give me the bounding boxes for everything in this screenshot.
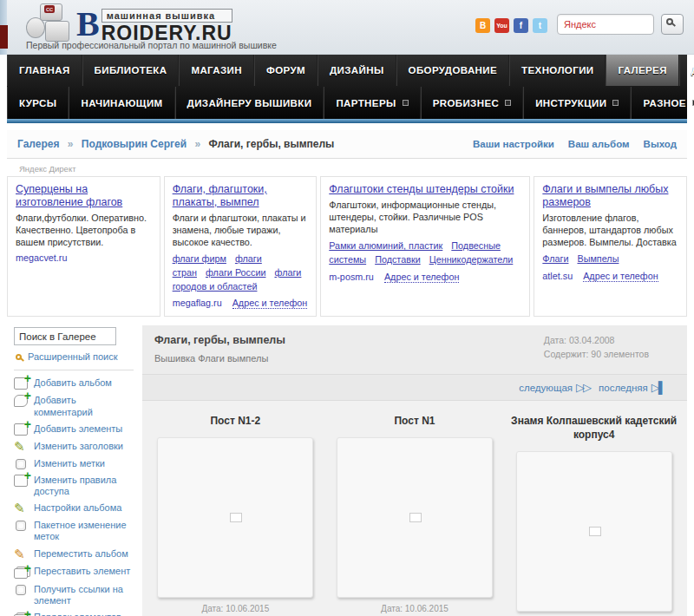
sidebar-item-edit-tags[interactable]: Изменить метки	[14, 458, 134, 469]
nav-item-dizayneru-vyshivki[interactable]: ДИЗАЙНЕРУ ВЫШИВКИ	[175, 87, 324, 119]
nav-item-probiznes[interactable]: PROБИЗНЕС	[421, 87, 524, 119]
user-album-link[interactable]: Ваш альбом	[568, 139, 630, 149]
gallery-item-title[interactable]: Знамя Колпашевский кадетский корпус4	[506, 415, 683, 442]
breadcrumb-bar: Галерея » Подковырин Сергей » Флаги, гер…	[7, 130, 687, 159]
content: Флаги, гербы, вымпелы Вышивка Флаги вымп…	[142, 325, 687, 616]
gallery-item: Знамя Колпашевский кадетский корпус4 Дат…	[506, 415, 683, 616]
album-settings-icon	[14, 502, 28, 514]
sidebar-item-order-elements[interactable]: Порядок элементов	[14, 612, 134, 616]
ad-contact-link[interactable]: Адрес и телефон	[583, 271, 658, 282]
album-count: Содержит: 90 элементов	[544, 348, 649, 362]
ad-sublink[interactable]: Рамки алюминий, пластик	[329, 240, 442, 251]
logo-letter-b: B	[76, 9, 100, 43]
gallery-search-input[interactable]	[14, 327, 116, 345]
sidebar-item-move-album[interactable]: Переместить альбом	[14, 548, 134, 560]
ad-contact-link[interactable]: Адрес и телефон	[384, 272, 460, 283]
pagination: следующая▷▷последняя▷▌	[142, 375, 687, 401]
ad-sublink[interactable]: флаги фирм	[173, 253, 226, 264]
nav-item-galereya[interactable]: ГАЛЕРЕЯ	[606, 55, 678, 86]
gallery-item-title[interactable]: Пост N1	[326, 415, 503, 429]
facebook-icon[interactable]	[514, 18, 528, 33]
nav-item-partnery[interactable]: ПАРТНЕРЫ	[324, 87, 420, 119]
nav-item-magazin[interactable]: МАГАЗИН	[179, 55, 254, 86]
ad-sublink[interactable]: флаги России	[206, 267, 266, 278]
last-page-link[interactable]: последняя	[599, 383, 648, 393]
nav-item-raznoe[interactable]: РАЗНОЕ	[631, 87, 694, 119]
ad-title-link[interactable]: Суперцены на изготовление флагов	[16, 183, 122, 208]
edit-titles-icon	[14, 441, 28, 453]
breadcrumb-link-gallery[interactable]: Галерея	[17, 138, 59, 150]
next-page-link[interactable]: следующая	[519, 383, 573, 393]
user-links: Ваши настройки Ваш альбом Выход	[473, 139, 677, 149]
last-page-icon[interactable]: ▷▌	[651, 381, 665, 394]
move-album-icon	[14, 548, 28, 560]
twitter-icon[interactable]	[533, 18, 547, 33]
nav-item-forum[interactable]: ФОРУМ	[254, 55, 318, 86]
site-tagline: Первый профессиональный портал по машинн…	[26, 40, 277, 50]
ad-sublink[interactable]: Ценникодержатели	[429, 254, 514, 265]
gallery-item-thumbnail[interactable]	[516, 451, 672, 612]
gallery-item-thumbnail[interactable]	[157, 437, 313, 598]
nav-item-instruktsii[interactable]: ИНСТРУКЦИИ	[523, 87, 631, 119]
ad-title-link[interactable]: Флаги и вымпелы любых размеров	[542, 183, 668, 208]
ad-card: Флаги, флагштоки, плакаты, вымпел Флаги …	[164, 176, 318, 317]
nav-item-kursy[interactable]: КУРСЫ	[7, 87, 69, 119]
ad-body: Флаги и флагштоки, плакаты и знамена, лю…	[173, 213, 309, 248]
sidebar-item-edit-titles[interactable]: Изменить заголовки	[14, 441, 134, 453]
youtube-icon[interactable]	[494, 18, 509, 33]
sidebar-item-edit-access[interactable]: Изменить правила доступа	[14, 475, 134, 497]
sidebar-item-add-comment[interactable]: Добавить комментарий	[14, 395, 134, 417]
sidebar-item-add-elements[interactable]: Добавить элементы	[14, 423, 134, 436]
breadcrumb-separator: »	[68, 138, 74, 150]
ad-domain-link[interactable]: m-posm.ru	[329, 272, 374, 282]
main-area: Расширенный поиск Добавить альбом Добави…	[7, 325, 687, 616]
sidebar-item-batch-tags[interactable]: Пакетное изменение меток	[14, 520, 134, 542]
gallery-item-title[interactable]: Пост N1-2	[147, 415, 324, 429]
sidebar-item-reorder-element[interactable]: Переставить элемент	[14, 566, 134, 579]
gallery-item-thumbnail[interactable]	[337, 437, 493, 598]
sidebar-item-get-links[interactable]: Получить ссылки на элемент	[14, 584, 134, 606]
nav-item-oborudovanie[interactable]: ОБОРУДОВАНИЕ	[396, 55, 509, 86]
nav-item-biblioteka[interactable]: БИБЛИОТЕКА	[82, 55, 180, 86]
logout-link[interactable]: Выход	[644, 139, 677, 149]
album-meta: Дата: 03.04.2008 Содержит: 90 элементов	[544, 334, 649, 364]
nav-item-nachinayushchim[interactable]: НАЧИНАЮЩИМ	[69, 87, 174, 119]
sidebar: Расширенный поиск Добавить альбом Добави…	[7, 325, 139, 616]
nav-item-dizayny[interactable]: ДИЗАЙНЫ	[318, 55, 396, 86]
ad-card: Флагштоки стенды штендеры стойки Флагшто…	[320, 176, 530, 317]
album-subtitle: Вышивка Флаги вымпелы	[154, 353, 285, 364]
advanced-search-link[interactable]: Расширенный поиск	[28, 351, 118, 362]
edit-tags-icon	[16, 459, 26, 469]
yandex-search-button[interactable]	[661, 14, 684, 35]
nav-item-dizaynery[interactable]: ДИЗАЙНЕРЫ	[679, 55, 694, 86]
red-accent-chip	[0, 25, 8, 49]
nav-item-glavnaya[interactable]: ГЛАВНАЯ	[7, 55, 82, 86]
batch-tags-icon	[16, 521, 26, 531]
ad-sublink[interactable]: Подставки	[375, 254, 421, 265]
breadcrumb-separator: »	[194, 138, 200, 150]
ad-domain-link[interactable]: atlet.su	[542, 271, 573, 281]
yandex-search-input[interactable]	[557, 14, 654, 35]
breadcrumb: Галерея » Подковырин Сергей » Флаги, гер…	[17, 138, 334, 150]
user-settings-link[interactable]: Ваши настройки	[473, 139, 554, 149]
nav-item-tekhnologii[interactable]: ТЕХНОЛОГИИ	[509, 55, 606, 86]
ad-domain-link[interactable]: megacvet.ru	[16, 252, 67, 263]
edit-access-icon	[14, 475, 28, 487]
get-links-icon	[16, 585, 26, 595]
ad-sublink[interactable]: Флаги	[542, 253, 568, 264]
ad-contact-link[interactable]: Адрес и телефон	[232, 298, 308, 309]
ad-title-link[interactable]: Флагштоки стенды штендеры стойки	[329, 183, 514, 195]
ad-title-link[interactable]: Флаги, флагштоки, плакаты, вымпел	[173, 183, 267, 208]
breadcrumb-link-author[interactable]: Подковырин Сергей	[82, 138, 187, 150]
gallery-item-date: Дата: 10.06.2015	[147, 604, 324, 613]
ads-row: Суперцены на изготовление флагов Флаги,ф…	[7, 176, 687, 317]
ad-links: флаги фирмфлаги странфлаги Россиифлаги г…	[173, 252, 309, 293]
ad-sublink[interactable]: Вымпелы	[577, 253, 619, 264]
ad-domain-link[interactable]: megaflag.ru	[173, 298, 222, 308]
sidebar-item-album-settings[interactable]: Настройки альбома	[14, 502, 134, 514]
blogger-icon[interactable]	[475, 18, 490, 33]
sidebar-item-add-album[interactable]: Добавить альбом	[14, 377, 134, 390]
gallery-item: Пост N1-2 Дата: 10.06.2015 Новый « опера…	[147, 415, 324, 616]
next-page-icon[interactable]: ▷▷	[576, 381, 590, 394]
site-header: B машинная вышивка ROIDERY.RU Первый про…	[0, 0, 694, 55]
